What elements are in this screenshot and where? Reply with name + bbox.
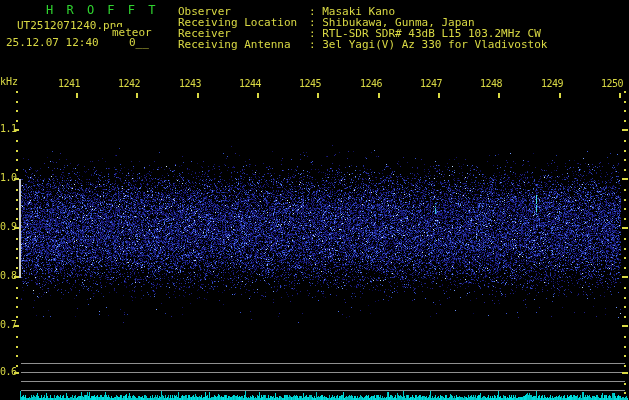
axis-tick [76,93,78,98]
axis-tick [16,101,18,103]
band-marker-line [19,179,21,278]
axis-tick [622,178,628,180]
axis-tick [624,392,626,394]
axis-tick [624,150,626,152]
info-label: Receiving Antenna [178,39,309,50]
x-tick-label: 1250 [593,79,623,89]
axis-tick [197,93,199,98]
axis-tick [16,316,18,318]
capture-filename: UT2512071240.png [17,20,123,31]
axis-tick [624,257,626,259]
axis-tick [624,287,626,289]
axis-tick [136,93,138,98]
axis-tick [624,110,626,112]
x-tick-label: 1247 [412,79,442,89]
axis-tick [16,159,18,161]
signal-ref-line [21,363,625,364]
axis-tick [16,169,18,171]
app-title: H R O F F T [46,4,158,16]
axis-tick [559,93,561,98]
axis-tick [624,189,626,191]
y-tick-label: 0.9 [0,222,17,232]
axis-tick [16,120,18,122]
axis-tick [378,93,380,98]
axis-tick [16,248,18,250]
axis-tick [16,297,18,299]
axis-tick [16,336,18,338]
axis-tick [624,365,626,367]
datetime-display: 25.12.07 12:40 [6,37,99,48]
axis-tick [624,218,626,220]
hrofft-screen: H R O F F T UT2512071240.png meteor 25.1… [0,0,629,400]
axis-tick [624,306,626,308]
x-tick-label: 1245 [291,79,321,89]
axis-tick [624,159,626,161]
station-info: Observer: Masaki Kano Receiving Location… [178,6,547,50]
signal-ref-line [21,372,625,373]
axis-tick [438,93,440,98]
axis-tick [622,325,628,327]
axis-tick [622,276,628,278]
axis-tick [622,227,628,229]
x-tick-label: 1242 [110,79,140,89]
axis-tick [16,346,18,348]
axis-tick [16,257,18,259]
axis-tick [498,93,500,98]
axis-tick [624,355,626,357]
x-tick-label: 1241 [50,79,80,89]
axis-tick [624,346,626,348]
axis-tick [317,93,319,98]
y-axis-unit: kHz [0,77,18,87]
axis-tick [16,267,18,269]
axis-tick [16,140,18,142]
axis-tick [16,110,18,112]
axis-tick [622,372,628,374]
axis-tick [16,189,18,191]
axis-tick [624,140,626,142]
axis-tick [624,120,626,122]
axis-tick [624,297,626,299]
axis-tick [624,91,626,93]
info-row-antenna: Receiving Antenna: 3el Yagi(V) Az 330 fo… [178,39,547,50]
x-tick-label: 1244 [231,79,261,89]
axis-tick [16,199,18,201]
y-tick-label: 1.1 [0,124,17,134]
x-tick-label: 1249 [533,79,563,89]
axis-tick [622,129,628,131]
axis-tick [16,287,18,289]
axis-tick [624,199,626,201]
signal-ref-line [21,390,625,391]
x-tick-label: 1246 [352,79,382,89]
axis-tick [624,267,626,269]
axis-tick [624,101,626,103]
y-tick-label: 1.0 [0,173,17,183]
spectrogram-canvas [0,0,629,400]
axis-tick [16,355,18,357]
y-tick-label: 0.7 [0,320,17,330]
axis-tick [16,91,18,93]
axis-tick [624,248,626,250]
axis-tick [16,238,18,240]
axis-tick [624,238,626,240]
axis-tick [16,218,18,220]
x-tick-label: 1248 [472,79,502,89]
axis-tick [16,208,18,210]
axis-tick [16,306,18,308]
info-value: 3el Yagi(V) Az 330 for Vladivostok [322,38,547,51]
y-tick-label: 0.8 [0,271,17,281]
axis-tick [624,336,626,338]
axis-tick [257,93,259,98]
axis-tick [16,150,18,152]
y-tick-label: 0.6 [0,367,17,377]
meteor-counter: 0__ [129,37,149,48]
colon-separator: : [309,38,322,51]
axis-tick [619,93,621,98]
signal-ref-line [21,381,625,382]
x-tick-label: 1243 [171,79,201,89]
axis-tick [624,208,626,210]
axis-tick [624,383,626,385]
axis-tick [624,169,626,171]
axis-tick [624,316,626,318]
